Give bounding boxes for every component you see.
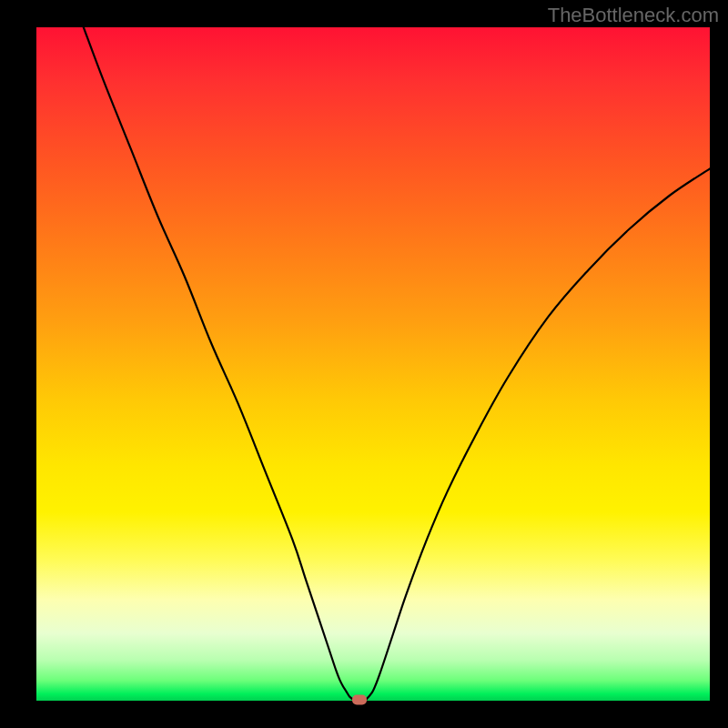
curve-right-branch: [367, 168, 710, 699]
chart-marker: [352, 694, 367, 704]
chart-plot-area: [36, 27, 710, 701]
watermark-text: TheBottleneck.com: [548, 4, 719, 27]
chart-curve: [36, 27, 710, 701]
curve-left-branch: [84, 27, 353, 700]
